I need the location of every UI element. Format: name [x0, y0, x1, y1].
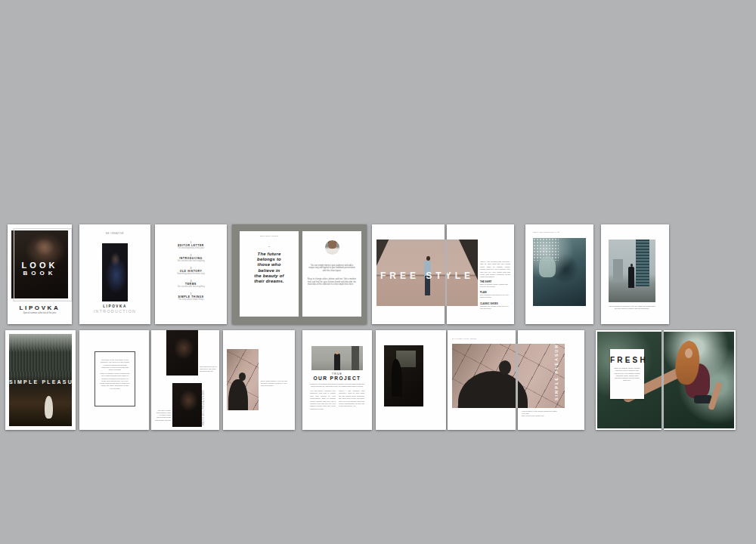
quote-line: the beauty of	[243, 274, 296, 279]
page-introduction[interactable]: BE CREATIVE LIPOVKA INTRODUCTION	[79, 224, 150, 324]
freestyle-list: THE SHIRT Easy to change colors, photos …	[480, 280, 510, 310]
duo-caption-top: New ideas and styles inspired by the nig…	[200, 366, 217, 372]
intro-header: BE CREATIVE	[79, 232, 150, 235]
letter-para1: Welcome to the new issue of our lookbook…	[100, 359, 130, 371]
page-project[interactable]: TRUE OUR PROJECT Whatever is beautiful a…	[302, 330, 372, 430]
quote-line: The future	[243, 252, 296, 257]
fresh-gutter	[662, 332, 664, 428]
letter-box: Welcome to the new issue of our lookbook…	[94, 351, 135, 406]
duo-photo-top	[166, 330, 198, 376]
quote-line: those who	[243, 262, 296, 267]
fresh-text-box: FRESH Easy to change colors, photos and …	[610, 349, 644, 399]
page-city[interactable]: The collection is inspired by the city l…	[601, 224, 669, 324]
page-simple-pleasure[interactable]: SIMPLE PLEASURE	[5, 330, 76, 430]
freestyle-item-text: Describe the details of the look in a fe…	[480, 305, 510, 310]
pleasure-photo: SIMPLE PLEASURE	[452, 344, 565, 408]
contents-item-sub: Something about the main story	[161, 273, 221, 275]
city-caption-line2: and the mood of modern streets downtown.	[605, 308, 659, 310]
hand-photo	[533, 238, 586, 306]
duo-caption-bottom: Our story began with a simple idea — to …	[154, 410, 171, 422]
tile-caption: Every single thing in your life can beco…	[261, 380, 290, 387]
white-figure	[45, 396, 53, 419]
page-cover[interactable]: LOOK BOOK LIPOVKA Special summer collect…	[8, 224, 72, 324]
tile-figure-head	[239, 372, 246, 381]
project-col1: You can simply impress your audience and…	[310, 390, 336, 410]
author-avatar	[325, 240, 339, 255]
pleasure-vertical-title: SIMPLE PLEASURE	[554, 351, 559, 400]
city-photo	[609, 240, 655, 302]
freestyle-gutter	[445, 240, 448, 306]
quote-right-page: You can simply impress your audience and…	[302, 231, 361, 317]
project-door	[352, 346, 359, 370]
freestyle-item-text: Get a modern look and feel for your fash…	[480, 294, 510, 298]
pleasure-header: CHAPTER TWO ISSUE	[452, 338, 476, 340]
page-duo[interactable]: New ideas and styles inspired by the nig…	[151, 330, 219, 430]
tile-photo	[227, 349, 259, 410]
project-figure-head	[336, 351, 338, 354]
contents-item-sub: The story about simple things	[161, 298, 221, 301]
page-letter[interactable]: Welcome to the new issue of our lookbook…	[79, 330, 149, 430]
quote-para2: Easy to change colors, photos and text. …	[308, 278, 356, 286]
contents-item[interactable]: 5 SIMPLE THINGS The story about simple t…	[161, 292, 221, 301]
city-figure	[628, 267, 634, 288]
contents-item-sub: You can describe here anything	[161, 286, 221, 288]
freestyle-photo: FREE STYLE	[376, 240, 478, 306]
contents-item[interactable]: 4 TERMS You can describe here anything	[161, 280, 221, 288]
pleasure-gutter	[516, 344, 518, 408]
forest-photo: SIMPLE PLEASURE	[9, 334, 72, 426]
fresh-title: FRESH	[610, 356, 644, 364]
project-figure	[334, 354, 340, 370]
cover-title-line2: BOOK	[11, 270, 68, 277]
quote-header: EDITORS NOTE	[240, 235, 299, 237]
fresh-figure-face	[685, 348, 692, 358]
page-darkroom[interactable]	[376, 330, 446, 430]
duo-vertical-caption: PHOTO BY LIPOVKA STUDIO	[203, 385, 205, 425]
page-contents[interactable]: 1 EDITOR LETTER The new beginning of thi…	[155, 224, 227, 324]
simple-pleasure-title: SIMPLE PLEASURE	[9, 379, 72, 385]
freestyle-figure-head	[426, 256, 430, 261]
freestyle-item-text: Easy to change colors, photos and text f…	[480, 283, 510, 288]
city-building	[613, 259, 623, 282]
contents-item[interactable]: 2 INTRODUCING You can describe here anyt…	[161, 254, 221, 262]
quote-line: belongs to	[243, 257, 296, 262]
freestyle-list-item: PLAIN Get a modern look and feel for you…	[480, 291, 510, 298]
project-title: OUR PROJECT	[302, 376, 372, 381]
contents-item[interactable]: 1 EDITOR LETTER The new beginning of thi…	[161, 241, 221, 249]
city-tower	[636, 240, 649, 286]
project-col2: When I got dressed this morning I had no…	[339, 390, 364, 408]
cover-title-line1: LOOK	[11, 261, 68, 270]
fresh-paragraph: Easy to change colors, photos and text. …	[614, 367, 640, 382]
page-hand[interactable]: NEW COLLECTION LAB	[525, 224, 593, 324]
pleasure-figure-head	[499, 360, 511, 375]
project-photo	[311, 346, 363, 370]
quote-mark: —	[240, 245, 299, 248]
spread-quote[interactable]: EDITORS NOTE — The future belongs to tho…	[232, 224, 367, 324]
letter-para2: Easy to change colors, photos and text. …	[100, 372, 130, 390]
page-tile[interactable]: Every single thing in your life can beco…	[223, 330, 295, 430]
pleasure-caption: Find pleasure in the simple things and m…	[522, 410, 559, 417]
intro-photo	[102, 243, 128, 301]
quote-block: The future belongs to those who believe …	[243, 252, 296, 284]
freestyle-title: FREE STYLE	[376, 270, 478, 281]
city-caption: The collection is inspired by the city l…	[605, 305, 659, 310]
cover-title: LOOK BOOK	[11, 261, 68, 277]
tile-figure	[228, 379, 248, 410]
contents-item-sub: You can describe here anything	[161, 260, 221, 262]
project-subtitle: Whatever is beautiful and good is worthy…	[308, 383, 366, 388]
pleasure-caption-line2: style out of every single day.	[522, 415, 559, 417]
intro-subtitle: INTRODUCTION	[79, 309, 150, 314]
freestyle-list-item: CLASSIC SHOES Describe the details of th…	[480, 302, 510, 310]
duo-photo-bottom	[172, 383, 202, 427]
freestyle-list-item: THE SHIRT Easy to change colors, photos …	[480, 280, 510, 288]
quote-line: believe in	[243, 268, 296, 274]
quote-para1: You can simply impress your audience and…	[308, 264, 356, 272]
freestyle-paragraph: When I got dressed this morning I had no…	[480, 261, 510, 279]
cover-tagline: Special summer collection of this year	[15, 312, 64, 314]
contents-item[interactable]: 3 OLD HISTORY Something about the main s…	[161, 267, 221, 275]
contents-list: 1 EDITOR LETTER The new beginning of thi…	[161, 241, 221, 301]
contents-item-sub: The new beginning of this year	[161, 247, 221, 249]
hand-shape	[539, 256, 556, 277]
quote-left-page: EDITORS NOTE — The future belongs to tho…	[240, 231, 299, 317]
lookbook-template-board: LOOK BOOK LIPOVKA Special summer collect…	[0, 0, 756, 544]
intro-brand: LIPOVKA	[79, 304, 150, 308]
